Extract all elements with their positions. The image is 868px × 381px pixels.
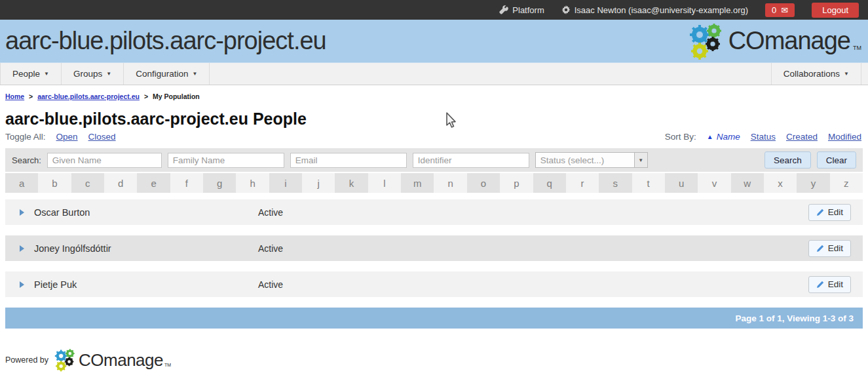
toggle-closed-link[interactable]: Closed — [88, 132, 116, 142]
email-input[interactable] — [290, 153, 407, 168]
alpha-v[interactable]: v — [698, 173, 730, 193]
search-label: Search: — [12, 155, 41, 165]
alpha-j[interactable]: j — [302, 173, 335, 193]
breadcrumb-co-link[interactable]: aarc-blue.pilots.aarc-project.eu — [37, 92, 140, 100]
search-panel: Search: Status (select...) ▼ Search Clea… — [5, 148, 863, 172]
alpha-f[interactable]: f — [170, 173, 203, 193]
alpha-t[interactable]: t — [632, 173, 665, 193]
comanage-gears-icon — [688, 22, 726, 60]
alpha-i[interactable]: i — [269, 173, 302, 193]
platform-menu[interactable]: Platform — [499, 5, 544, 15]
menu-groups-label: Groups — [73, 69, 102, 79]
alpha-p[interactable]: p — [500, 173, 533, 193]
sort-modified-link[interactable]: Modified — [828, 132, 861, 142]
pencil-icon — [816, 245, 824, 252]
notification-count: 0 — [772, 5, 776, 15]
edit-button[interactable]: Edit — [808, 240, 851, 257]
edit-button[interactable]: Edit — [808, 276, 851, 293]
alpha-d[interactable]: d — [104, 173, 137, 193]
trademark-label: TM — [853, 45, 861, 51]
sort-created-link[interactable]: Created — [786, 132, 818, 142]
alpha-u[interactable]: u — [665, 173, 698, 193]
status-select-value: Status (select...) — [536, 155, 605, 165]
alphabet-index: a b c d e f g h i j k l m n o p q r s t … — [5, 173, 863, 193]
alpha-q[interactable]: q — [533, 173, 566, 193]
alpha-g[interactable]: g — [203, 173, 236, 193]
alpha-r[interactable]: r — [566, 173, 599, 193]
alpha-x[interactable]: x — [764, 173, 797, 193]
edit-button-label: Edit — [828, 243, 843, 253]
comanage-wordmark: COmanage — [79, 348, 163, 372]
expand-caret-icon[interactable] — [20, 245, 24, 252]
menu-people[interactable]: People ▼ — [0, 63, 62, 85]
expand-caret-icon[interactable] — [20, 281, 24, 288]
gear-icon — [561, 5, 571, 14]
breadcrumb-separator: > — [29, 92, 33, 100]
toggle-open-link[interactable]: Open — [56, 132, 78, 142]
given-name-input[interactable] — [47, 153, 162, 168]
alpha-e[interactable]: e — [137, 173, 170, 193]
envelope-icon: ✉ — [781, 5, 788, 15]
clear-button[interactable]: Clear — [817, 151, 856, 169]
search-button[interactable]: Search — [764, 151, 811, 169]
status-select[interactable]: Status (select...) ▼ — [535, 152, 648, 168]
toggle-all-label: Toggle All: — [5, 132, 46, 142]
menu-groups[interactable]: Groups ▼ — [62, 63, 124, 85]
alpha-h[interactable]: h — [236, 173, 269, 193]
person-name[interactable]: Joney Ingólfsdóttir — [34, 243, 258, 254]
edit-button-label: Edit — [828, 279, 843, 289]
comanage-footer-logo: COmanage TM — [54, 348, 171, 372]
alpha-l[interactable]: l — [368, 173, 401, 193]
co-title: aarc-blue.pilots.aarc-project.eu — [5, 27, 326, 55]
alpha-b[interactable]: b — [38, 173, 71, 193]
alpha-s[interactable]: s — [599, 173, 632, 193]
notification-badge[interactable]: 0 ✉ — [765, 3, 795, 17]
comanage-gears-icon — [54, 348, 77, 372]
breadcrumb-home-link[interactable]: Home — [5, 92, 24, 100]
person-name[interactable]: Oscar Burton — [34, 207, 258, 218]
expand-caret-icon[interactable] — [20, 209, 24, 216]
menu-configuration[interactable]: Configuration ▼ — [124, 63, 210, 85]
trademark-label: TM — [164, 363, 171, 367]
logout-button[interactable]: Logout — [812, 3, 859, 18]
alpha-w[interactable]: w — [731, 173, 764, 193]
breadcrumb-current: My Population — [153, 92, 200, 100]
alpha-c[interactable]: c — [71, 173, 104, 193]
edit-button[interactable]: Edit — [808, 204, 851, 221]
powered-by-label: Powered by — [5, 355, 48, 365]
menu-collaborations[interactable]: Collaborations ▼ — [771, 63, 861, 85]
chevron-down-icon: ▼ — [106, 71, 111, 77]
alpha-o[interactable]: o — [467, 173, 500, 193]
family-name-input[interactable] — [168, 153, 284, 168]
platform-label: Platform — [512, 5, 544, 15]
wrench-icon — [499, 5, 508, 14]
chevron-down-icon: ▼ — [634, 153, 647, 167]
people-list: Oscar Burton Active Edit Joney Ingólfsdó… — [5, 199, 863, 297]
chevron-down-icon: ▼ — [844, 71, 849, 77]
sort-status-link[interactable]: Status — [751, 132, 776, 142]
pencil-icon — [816, 281, 824, 289]
sort-name-active[interactable]: ▲ Name — [707, 132, 740, 142]
person-name[interactable]: Pietje Puk — [34, 279, 258, 290]
table-row: Joney Ingólfsdóttir Active Edit — [5, 235, 863, 261]
pagination-bar: Page 1 of 1, Viewing 1-3 of 3 — [5, 308, 863, 329]
status-badge: Active — [258, 279, 283, 290]
alpha-z[interactable]: z — [830, 173, 863, 193]
user-settings-menu[interactable]: Isaac Newton (isaac@university-example.o… — [561, 5, 748, 15]
page-title: aarc-blue.pilots.aarc-project.eu People — [5, 110, 863, 129]
toggle-sort-row: Toggle All: Open Closed Sort By: ▲ Name … — [5, 132, 861, 142]
menu-people-label: People — [12, 69, 40, 79]
identifier-input[interactable] — [413, 153, 529, 168]
footer: Powered by COmanage TM — [5, 348, 868, 372]
alpha-k[interactable]: k — [335, 173, 368, 193]
sort-by-label: Sort By: — [665, 132, 696, 142]
menu-collaborations-label: Collaborations — [783, 69, 840, 79]
alpha-n[interactable]: n — [434, 173, 466, 193]
menu-configuration-label: Configuration — [136, 69, 188, 79]
alpha-y[interactable]: y — [797, 173, 829, 193]
alpha-a[interactable]: a — [5, 173, 38, 193]
app-header: aarc-blue.pilots.aarc-project.eu COmanag… — [0, 20, 868, 63]
edit-button-label: Edit — [828, 207, 843, 217]
sort-ascending-icon: ▲ — [707, 133, 713, 140]
alpha-m[interactable]: m — [401, 173, 434, 193]
